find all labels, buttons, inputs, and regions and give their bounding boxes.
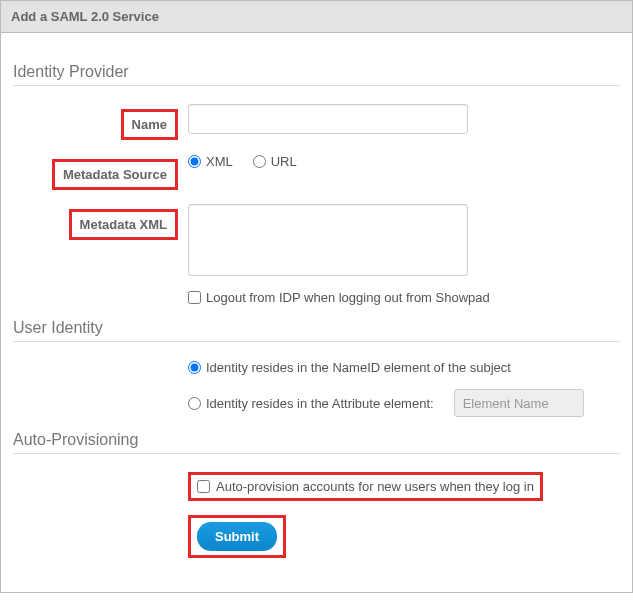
panel-body: Identity Provider Name Metadata Source X (1, 33, 632, 592)
panel-title: Add a SAML 2.0 Service (11, 9, 159, 24)
name-label: Name (121, 109, 178, 140)
field-col: Logout from IDP when logging out from Sh… (188, 290, 620, 305)
section-auto-provisioning: Auto-Provisioning Auto-provision account… (13, 431, 620, 558)
label-col (13, 360, 188, 365)
logout-checkbox-label[interactable]: Logout from IDP when logging out from Sh… (188, 290, 490, 305)
auto-provision-checkbox-text: Auto-provision accounts for new users wh… (216, 479, 534, 494)
attribute-element-name-input[interactable] (454, 389, 584, 417)
field-col (188, 204, 620, 276)
metadata-source-url-option[interactable]: URL (253, 154, 297, 169)
field-col: Identity resides in the NameID element o… (188, 360, 620, 375)
divider (13, 85, 620, 86)
metadata-source-xml-radio[interactable] (188, 155, 201, 168)
section-identity-provider: Identity Provider Name Metadata Source X (13, 63, 620, 305)
divider (13, 453, 620, 454)
metadata-source-url-radio[interactable] (253, 155, 266, 168)
metadata-source-xml-text: XML (206, 154, 233, 169)
label-col (13, 472, 188, 477)
section-title-user-identity: User Identity (13, 319, 620, 337)
panel-header: Add a SAML 2.0 Service (1, 1, 632, 33)
label-col: Metadata Source (13, 154, 188, 190)
row-name: Name (13, 104, 620, 140)
logout-checkbox-text: Logout from IDP when logging out from Sh… (206, 290, 490, 305)
section-user-identity: User Identity Identity resides in the Na… (13, 319, 620, 417)
field-col: Auto-provision accounts for new users wh… (188, 472, 620, 501)
metadata-source-url-text: URL (271, 154, 297, 169)
auto-provision-checkbox-label[interactable]: Auto-provision accounts for new users wh… (197, 479, 534, 494)
metadata-source-xml-option[interactable]: XML (188, 154, 233, 169)
metadata-xml-label: Metadata XML (69, 209, 178, 240)
field-col: Identity resides in the Attribute elemen… (188, 389, 620, 417)
label-col (13, 389, 188, 394)
field-col (188, 104, 620, 134)
row-metadata-source: Metadata Source XML URL (13, 154, 620, 190)
row-logout-option: Logout from IDP when logging out from Sh… (13, 290, 620, 305)
row-identity-nameid: Identity resides in the NameID element o… (13, 360, 620, 375)
submit-button[interactable]: Submit (197, 522, 277, 551)
identity-nameid-radio[interactable] (188, 361, 201, 374)
label-col (13, 515, 188, 520)
logout-checkbox[interactable] (188, 291, 201, 304)
auto-provision-checkbox[interactable] (197, 480, 210, 493)
field-col: Submit (188, 515, 620, 558)
row-metadata-xml: Metadata XML (13, 204, 620, 276)
label-col: Metadata XML (13, 204, 188, 240)
auto-provision-highlight: Auto-provision accounts for new users wh… (188, 472, 543, 501)
row-submit: Submit (13, 515, 620, 558)
identity-attribute-radio[interactable] (188, 397, 201, 410)
section-title-identity-provider: Identity Provider (13, 63, 620, 81)
name-input[interactable] (188, 104, 468, 134)
metadata-source-options: XML URL (188, 154, 620, 169)
row-auto-provision: Auto-provision accounts for new users wh… (13, 472, 620, 501)
identity-nameid-option[interactable]: Identity resides in the NameID element o… (188, 360, 511, 375)
identity-attribute-text: Identity resides in the Attribute elemen… (206, 396, 434, 411)
metadata-source-label: Metadata Source (52, 159, 178, 190)
identity-attribute-option[interactable]: Identity resides in the Attribute elemen… (188, 396, 434, 411)
divider (13, 341, 620, 342)
identity-nameid-text: Identity resides in the NameID element o… (206, 360, 511, 375)
submit-highlight: Submit (188, 515, 286, 558)
section-title-auto-provisioning: Auto-Provisioning (13, 431, 620, 449)
label-col: Name (13, 104, 188, 140)
saml-service-panel: Add a SAML 2.0 Service Identity Provider… (0, 0, 633, 593)
row-identity-attribute: Identity resides in the Attribute elemen… (13, 389, 620, 417)
metadata-xml-textarea[interactable] (188, 204, 468, 276)
label-col (13, 290, 188, 295)
